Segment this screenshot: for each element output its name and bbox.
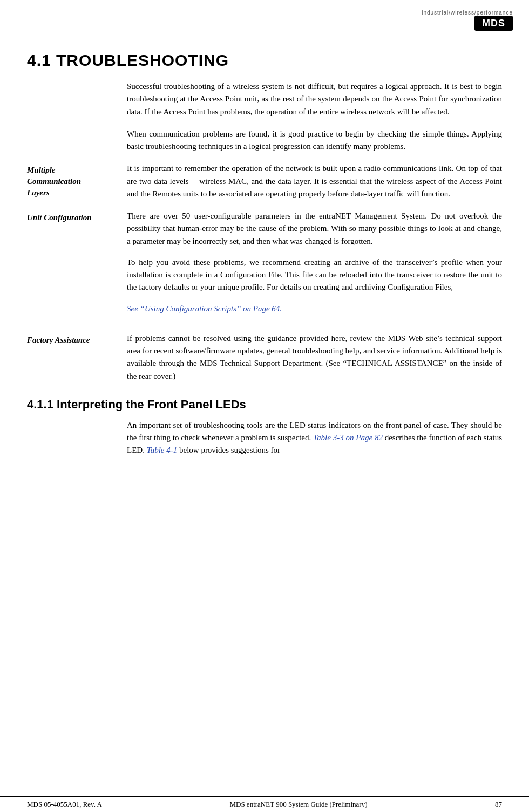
unit-config-content: There are over 50 user-configurable para… [127, 210, 502, 323]
factory-assistance-label: Factory Assistance [27, 333, 116, 346]
factory-assistance-label-col: Factory Assistance [27, 332, 127, 383]
intro-para-1-row: Successful troubleshooting of a wireless… [27, 80, 502, 118]
intro-paragraph-2: When communication problems are found, i… [127, 128, 502, 153]
unit-config-row: Unit Configuration There are over 50 use… [27, 210, 502, 323]
page-header: industrial/wireless/performance MDS [0, 0, 529, 35]
table-4-1-link[interactable]: Table 4-1 [147, 446, 178, 454]
header-right: industrial/wireless/performance MDS [422, 10, 513, 29]
multiple-comm-layers-row: Multiple Communication Layers It is impo… [27, 162, 502, 200]
section-4-1-1-left [27, 419, 127, 457]
intro-para-1-content: Successful troubleshooting of a wireless… [127, 80, 502, 118]
section-4-1-1-heading: 4.1.1 Interpreting the Front Panel LEDs [27, 398, 502, 412]
page-footer: MDS 05-4055A01, Rev. A MDS entraNET 900 … [0, 796, 529, 812]
footer-center: MDS entraNET 900 System Guide (Prelimina… [229, 800, 367, 809]
section-4-1-1-content: An important set of troubleshooting tool… [127, 419, 502, 457]
footer-left: MDS 05-4055A01, Rev. A [27, 800, 102, 809]
section-4-1-1-row: An important set of troubleshooting tool… [27, 419, 502, 457]
multiple-comm-label-line1: Multiple [27, 166, 56, 174]
multiple-comm-layers-text: It is important to remember the operatio… [127, 162, 502, 200]
unit-config-label-col: Unit Configuration [27, 210, 127, 323]
header-tagline: industrial/wireless/performance [422, 10, 513, 16]
intro-para-1-left [27, 80, 127, 118]
multiple-comm-layers-content: It is important to remember the operatio… [127, 162, 502, 200]
intro-paragraph-1: Successful troubleshooting of a wireless… [127, 80, 502, 118]
section-4-1-heading: 4.1 TROUBLESHOOTING [27, 51, 502, 70]
factory-assistance-row: Factory Assistance If problems cannot be… [27, 332, 502, 383]
page-container: industrial/wireless/performance MDS 4.1 … [0, 0, 529, 812]
unit-config-see-link: See “Using Configuration Scripts” on Pag… [127, 303, 502, 315]
content-area: 4.1 TROUBLESHOOTING Successful troublesh… [0, 35, 529, 483]
multiple-comm-layers-label-col: Multiple Communication Layers [27, 162, 127, 200]
see-link-text[interactable]: See “Using Configuration Scripts” on Pag… [127, 304, 282, 313]
intro-para-2-row: When communication problems are found, i… [27, 128, 502, 153]
section-4-1-1-text: An important set of troubleshooting tool… [127, 419, 502, 457]
factory-assistance-content: If problems cannot be resolved using the… [127, 332, 502, 383]
intro-para-2-content: When communication problems are found, i… [127, 128, 502, 153]
footer-right: 87 [495, 800, 502, 809]
multiple-comm-label-line3: Layers [27, 188, 50, 197]
multiple-comm-layers-label: Multiple Communication Layers [27, 163, 116, 199]
table-3-3-link[interactable]: Table 3-3 on Page 82 [313, 433, 383, 442]
unit-config-para-2: To help you avoid these problems, we rec… [127, 256, 502, 294]
factory-assistance-text: If problems cannot be resolved using the… [127, 332, 502, 383]
unit-config-para-1: There are over 50 user-configurable para… [127, 210, 502, 248]
mds-logo-text: MDS [474, 16, 513, 31]
multiple-comm-label-line2: Communication [27, 177, 81, 186]
unit-config-label: Unit Configuration [27, 211, 116, 223]
mds-logo: MDS [474, 18, 513, 29]
intro-para-2-left [27, 128, 127, 153]
